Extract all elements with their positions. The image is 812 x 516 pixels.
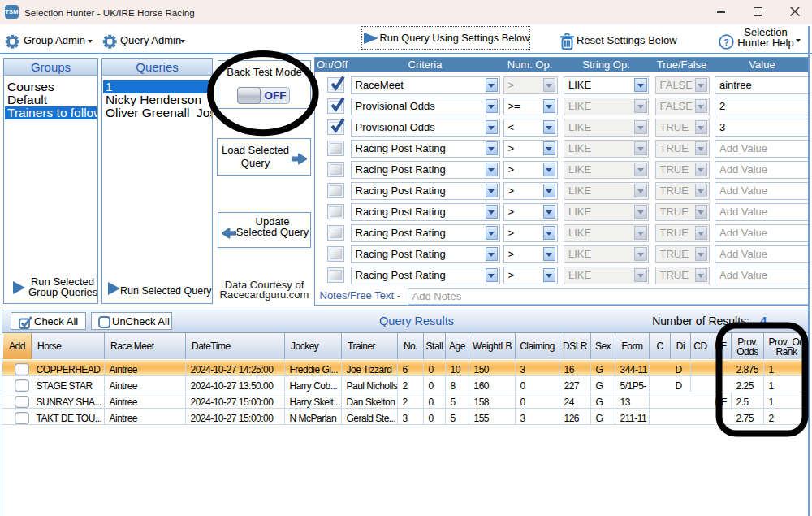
svg-text:?: ? — [723, 37, 729, 47]
